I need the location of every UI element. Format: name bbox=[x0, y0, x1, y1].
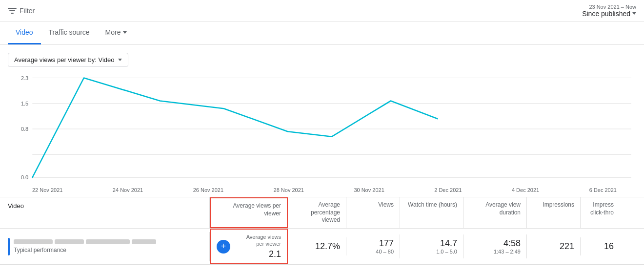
chevron-down-icon bbox=[632, 12, 636, 15]
col-header-ctr: Impress click-thro bbox=[581, 197, 620, 228]
table-row: Typical performance + Average views per … bbox=[0, 229, 644, 265]
x-label-7: 4 Dec 2021 bbox=[512, 187, 539, 193]
col-header-avg-views: Average views per viewer bbox=[210, 197, 288, 228]
video-info: Typical performance bbox=[14, 239, 156, 254]
table-header: Video Average views per viewer Average p… bbox=[0, 197, 644, 229]
add-metric-button[interactable]: + bbox=[217, 240, 230, 254]
filter-icon bbox=[8, 8, 17, 14]
filter-button[interactable]: Filter bbox=[8, 7, 35, 15]
avg-duration-cell: 4:58 1:43 – 2:49 bbox=[463, 234, 527, 258]
more-chevron-icon bbox=[123, 31, 127, 34]
avg-views-cell: + Average views per viewer 2.1 bbox=[210, 229, 288, 265]
x-axis: 22 Nov 2021 24 Nov 2021 26 Nov 2021 28 N… bbox=[8, 185, 636, 195]
line-chart: 2.3 1.5 0.8 0.0 bbox=[8, 73, 636, 185]
video-bar-indicator bbox=[8, 238, 10, 255]
metric-dropdown[interactable]: Average views per viewer by: Video bbox=[8, 53, 128, 67]
impressions-cell: 221 bbox=[527, 237, 581, 255]
ctr-cell: 16 bbox=[581, 237, 620, 255]
chart-svg: 2.3 1.5 0.8 0.0 bbox=[8, 73, 636, 185]
views-cell: 177 40 – 80 bbox=[346, 234, 400, 258]
filter-label: Filter bbox=[20, 7, 35, 15]
x-label-5: 30 Nov 2021 bbox=[354, 187, 384, 193]
svg-text:0.8: 0.8 bbox=[21, 126, 28, 132]
tab-video[interactable]: Video bbox=[8, 21, 41, 44]
top-bar: Filter 23 Nov 2021 – Now Since published bbox=[0, 0, 644, 21]
data-table: Video Average views per viewer Average p… bbox=[0, 197, 644, 265]
svg-text:2.3: 2.3 bbox=[21, 75, 28, 81]
video-title-blur bbox=[14, 239, 156, 244]
col-header-video: Video bbox=[0, 197, 210, 228]
svg-text:1.5: 1.5 bbox=[21, 101, 28, 106]
metric-dropdown-label: Average views per viewer by: Video bbox=[14, 56, 114, 63]
col-header-views: Views bbox=[346, 197, 400, 228]
tab-more[interactable]: More bbox=[98, 21, 135, 44]
tabs-bar: Video Traffic source More bbox=[0, 21, 644, 45]
col-header-avg-pct: Average percentage viewed bbox=[288, 197, 346, 228]
x-label-2: 24 Nov 2021 bbox=[113, 187, 143, 193]
svg-text:0.0: 0.0 bbox=[21, 174, 28, 180]
col-header-avg-duration: Average view duration bbox=[463, 197, 527, 228]
x-label-3: 26 Nov 2021 bbox=[193, 187, 223, 193]
col-header-watch-time: Watch time (hours) bbox=[400, 197, 463, 228]
dropdown-chevron-icon bbox=[118, 59, 122, 61]
avg-pct-cell: 12.7% bbox=[288, 237, 346, 255]
avg-views-value: 2.1 bbox=[238, 249, 281, 259]
x-label-8: 6 Dec 2021 bbox=[589, 187, 617, 193]
chart-section: Average views per viewer by: Video 2.3 1… bbox=[0, 45, 644, 195]
video-subtitle: Typical performance bbox=[14, 247, 156, 254]
x-label-4: 28 Nov 2021 bbox=[274, 187, 304, 193]
x-label-1: 22 Nov 2021 bbox=[32, 187, 62, 193]
col-header-impressions: Impressions bbox=[527, 197, 581, 228]
x-label-6: 2 Dec 2021 bbox=[434, 187, 462, 193]
date-range-label: 23 Nov 2021 – Now bbox=[582, 4, 636, 10]
tab-traffic-source[interactable]: Traffic source bbox=[41, 21, 98, 44]
watch-time-cell: 14.7 1.0 – 5.0 bbox=[400, 234, 463, 258]
date-range-value[interactable]: Since published bbox=[582, 10, 636, 18]
video-cell: Typical performance bbox=[0, 232, 210, 261]
date-range: 23 Nov 2021 – Now Since published bbox=[582, 4, 636, 18]
